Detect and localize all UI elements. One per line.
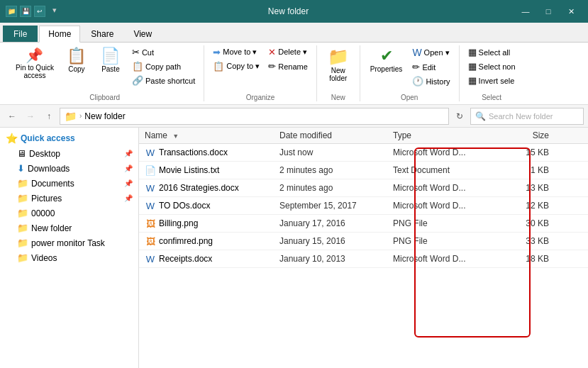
file-name-cell: W 2016 Strategies.docx xyxy=(145,182,279,194)
sidebar-item-desktop[interactable]: 🖥 Desktop 📌 xyxy=(0,146,138,161)
search-box[interactable]: 🔍 Search New folder xyxy=(470,108,584,125)
new-folder-sidebar-icon: 📁 xyxy=(17,223,28,233)
column-date[interactable]: Date modified xyxy=(279,130,393,140)
copy-to-label: Copy to ▾ xyxy=(226,62,260,71)
file-type: Microsoft Word D... xyxy=(393,147,499,157)
pin-indicator-documents: 📌 xyxy=(124,179,133,187)
invert-selection-button[interactable]: ▦ Invert sele xyxy=(465,74,518,87)
new-folder-button[interactable]: 📁 Newfolder xyxy=(323,45,354,85)
file-type: Text Document xyxy=(393,165,499,175)
select-col: ▦ Select all ▦ Select non ▦ Invert sele xyxy=(465,45,518,87)
file-row[interactable]: W 2016 Strategies.docx 2 minutes ago Mic… xyxy=(139,179,588,197)
properties-button[interactable]: ✔ Properties xyxy=(366,45,407,76)
tab-share[interactable]: Share xyxy=(82,26,123,42)
close-button[interactable]: ✕ xyxy=(560,0,582,23)
column-size[interactable]: Size xyxy=(499,130,549,140)
tab-view[interactable]: View xyxy=(124,26,161,42)
title-controls[interactable]: — □ ✕ xyxy=(514,0,582,23)
quick-access-label: Quick access xyxy=(21,133,75,143)
power-monitor-icon: 📁 xyxy=(17,238,28,248)
minimize-button[interactable]: — xyxy=(514,0,537,23)
file-row[interactable]: 🖼 confimred.png January 15, 2016 PNG Fil… xyxy=(139,233,588,250)
pictures-label: Pictures xyxy=(31,194,62,203)
copy-to-icon: 📋 xyxy=(213,61,224,72)
file-name-cell: W Transactions.docx xyxy=(145,147,279,158)
maximize-button[interactable]: □ xyxy=(537,0,560,23)
file-name-cell: W Receipts.docx xyxy=(145,253,279,264)
file-name: Receipts.docx xyxy=(159,254,212,264)
ribbon-group-organize: ➡ Move to ▾ 📋 Copy to ▾ ✕ Delete ▾ ✏ Ren… xyxy=(204,45,317,101)
sidebar-item-documents[interactable]: 📁 Documents 📌 xyxy=(0,176,138,191)
new-folder-icon: 📁 xyxy=(328,48,349,65)
copy-path-button[interactable]: 📋 Copy path xyxy=(129,60,198,73)
file-name: TO DOs.docx xyxy=(159,201,210,211)
txt-icon: 📄 xyxy=(145,165,156,176)
rename-button[interactable]: ✏ Rename xyxy=(265,60,311,73)
sidebar-item-videos[interactable]: 📁 Videos xyxy=(0,250,138,265)
path-chevron: › xyxy=(79,112,82,120)
search-placeholder: Search New folder xyxy=(489,112,553,121)
sidebar-item-pictures[interactable]: 📁 Pictures 📌 xyxy=(0,191,138,206)
clipboard-content: 📌 Pin to Quickaccess 📋 Copy 📄 Paste ✂ Cu… xyxy=(11,45,198,92)
history-icon: 🕐 xyxy=(412,76,423,87)
address-bar: ← → ↑ 📁 › New folder ↻ 🔍 Search New fold… xyxy=(0,105,588,128)
copy-to-button[interactable]: 📋 Copy to ▾ xyxy=(210,60,262,73)
documents-icon: 📁 xyxy=(17,178,28,189)
file-row[interactable]: 🖼 Billing.png January 17, 2016 PNG File … xyxy=(139,215,588,233)
select-all-button[interactable]: ▦ Select all xyxy=(465,45,518,59)
properties-icon: ✔ xyxy=(380,48,393,64)
move-to-icon: ➡ xyxy=(213,47,221,57)
videos-icon: 📁 xyxy=(17,252,28,263)
path-icon: 📁 xyxy=(65,111,77,122)
select-label: Select xyxy=(482,92,501,101)
desktop-label: Desktop xyxy=(29,149,60,159)
file-name: Transactions.docx xyxy=(159,147,228,157)
paste-shortcut-button[interactable]: 🔗 Paste shortcut xyxy=(129,74,198,87)
tab-file[interactable]: File xyxy=(3,26,38,42)
edit-button[interactable]: ✏ Edit xyxy=(409,60,453,74)
copy-label: Copy xyxy=(68,65,84,73)
ribbon: 📌 Pin to Quickaccess 📋 Copy 📄 Paste ✂ Cu… xyxy=(0,43,588,105)
file-row[interactable]: W TO DOs.docx September 15, 2017 Microso… xyxy=(139,197,588,215)
folder-00000-icon: 📁 xyxy=(17,208,28,218)
file-type: Microsoft Word D... xyxy=(393,183,499,193)
move-to-button[interactable]: ➡ Move to ▾ xyxy=(210,45,262,59)
file-size: 15 KB xyxy=(499,147,549,157)
sidebar-item-quick-access[interactable]: ⭐ Quick access xyxy=(0,130,138,146)
back-button[interactable]: ← xyxy=(4,108,20,124)
paste-button[interactable]: 📄 Paste xyxy=(95,45,126,76)
clipboard-small-btns: ✂ Cut 📋 Copy path 🔗 Paste shortcut xyxy=(129,45,198,87)
file-row[interactable]: W Receipts.docx January 10, 2013 Microso… xyxy=(139,250,588,268)
pin-to-quick-access-button[interactable]: 📌 Pin to Quickaccess xyxy=(11,45,58,82)
select-none-button[interactable]: ▦ Select non xyxy=(465,60,518,73)
sidebar-item-new-folder[interactable]: 📁 New folder xyxy=(0,221,138,235)
file-name-cell: 📄 Movie Listins.txt xyxy=(145,165,279,176)
file-row[interactable]: 📄 Movie Listins.txt 2 minutes ago Text D… xyxy=(139,162,588,179)
paste-shortcut-label: Paste shortcut xyxy=(145,77,195,85)
file-date: January 17, 2016 xyxy=(279,218,393,228)
file-size: 30 KB xyxy=(499,218,549,228)
sidebar-item-downloads[interactable]: ⬇ Downloads 📌 xyxy=(0,161,138,176)
open-label: Open ▾ xyxy=(424,48,450,57)
tab-home[interactable]: Home xyxy=(39,26,80,43)
file-row[interactable]: W Transactions.docx Just now Microsoft W… xyxy=(139,144,588,162)
rename-icon: ✏ xyxy=(268,61,276,72)
open-label: Open xyxy=(401,92,418,101)
forward-button[interactable]: → xyxy=(23,108,38,124)
column-name[interactable]: Name ▼ xyxy=(145,130,279,140)
pin-indicator-desktop: 📌 xyxy=(124,150,133,157)
cut-button[interactable]: ✂ Cut xyxy=(129,45,198,59)
history-button[interactable]: 🕐 History xyxy=(409,74,453,88)
open-col: W Open ▾ ✏ Edit 🕐 History xyxy=(409,45,453,88)
column-type[interactable]: Type xyxy=(393,130,499,140)
delete-button[interactable]: ✕ Delete ▾ xyxy=(265,45,311,59)
refresh-button[interactable]: ↻ xyxy=(452,108,467,124)
title-icon-folder: 📁 xyxy=(6,6,17,17)
main-content: ⭐ Quick access 🖥 Desktop 📌 ⬇ Downloads 📌… xyxy=(0,128,588,368)
sidebar-item-power-monitor[interactable]: 📁 power monitor Task xyxy=(0,235,138,250)
sidebar-item-00000[interactable]: 📁 00000 xyxy=(0,206,138,221)
open-button[interactable]: W Open ▾ xyxy=(409,45,453,60)
copy-button[interactable]: 📋 Copy xyxy=(61,45,92,76)
address-path[interactable]: 📁 › New folder xyxy=(60,108,449,125)
up-button[interactable]: ↑ xyxy=(41,108,57,124)
